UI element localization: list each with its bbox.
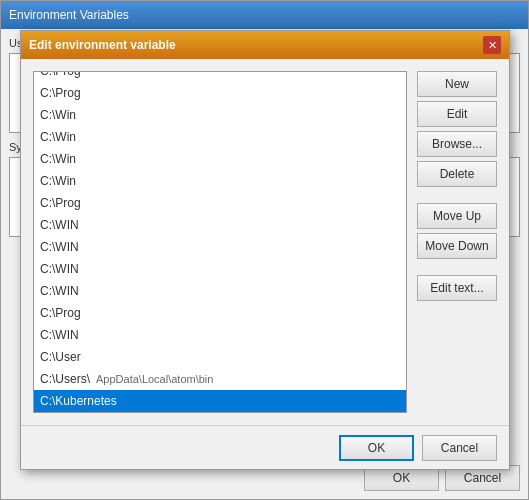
btn-spacer-1 [417,191,497,199]
list-item[interactable]: C:\WIN [34,258,406,280]
list-item[interactable]: C:\Win [34,148,406,170]
list-item[interactable]: C:\WIN [34,236,406,258]
list-item[interactable]: C:\Prog [34,302,406,324]
dialog-title-bar: Edit environment variable ✕ [21,31,509,59]
list-item[interactable]: C:\WIN [34,324,406,346]
edit-env-dialog: Edit environment variable ✕ C:\ProgC:\Pr… [20,30,510,470]
list-item[interactable]: C:\Win [34,170,406,192]
edit-text-button[interactable]: Edit text... [417,275,497,301]
list-item[interactable]: C:\Win [34,104,406,126]
list-item[interactable]: C:\Prog [34,192,406,214]
close-button[interactable]: ✕ [483,36,501,54]
list-item[interactable]: C:\Users\AppData\Local\atom\bin [34,368,406,390]
dialog-title: Edit environment variable [29,38,176,52]
list-item[interactable]: C:\WIN [34,214,406,236]
list-item[interactable]: C:\User [34,346,406,368]
list-item[interactable]: C:\Prog [34,71,406,82]
bg-window-title: Environment Variables [9,8,129,22]
new-button[interactable]: New [417,71,497,97]
delete-button[interactable]: Delete [417,161,497,187]
list-item[interactable]: C:\Kubernetes [34,390,406,412]
browse-button[interactable]: Browse... [417,131,497,157]
btn-spacer-2 [417,263,497,271]
path-list[interactable]: C:\ProgC:\ProgC:\ProgC:\ProgC:\WinC:\Win… [33,71,407,413]
cancel-button[interactable]: Cancel [422,435,497,461]
dialog-footer: OK Cancel [21,425,509,469]
action-buttons-panel: New Edit Browse... Delete Move Up Move D… [417,71,497,413]
list-item[interactable]: C:\Prog [34,82,406,104]
move-down-button[interactable]: Move Down [417,233,497,259]
list-item[interactable]: C:\Win [34,126,406,148]
ok-button[interactable]: OK [339,435,414,461]
bg-title-bar: Environment Variables [1,1,528,29]
dialog-body: C:\ProgC:\ProgC:\ProgC:\ProgC:\WinC:\Win… [21,59,509,425]
list-item[interactable]: C:\WIN [34,280,406,302]
edit-button[interactable]: Edit [417,101,497,127]
move-up-button[interactable]: Move Up [417,203,497,229]
